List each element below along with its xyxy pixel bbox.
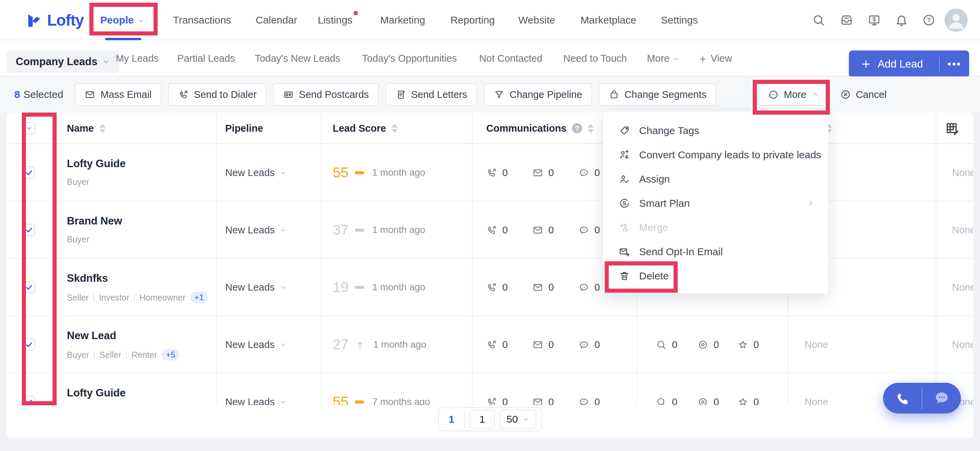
lead-name[interactable]: Brand New bbox=[67, 215, 122, 227]
extra-tags-badge[interactable]: +5 bbox=[162, 349, 179, 360]
nav-item-reporting[interactable]: Reporting bbox=[450, 0, 495, 40]
lead-name[interactable]: Skdnfks bbox=[67, 272, 108, 284]
pipeline-select[interactable]: New Leads bbox=[225, 396, 287, 405]
select-all-checkbox[interactable] bbox=[23, 113, 35, 144]
current-view-dropdown[interactable]: Company Leads bbox=[7, 51, 119, 73]
merge-person-icon bbox=[619, 222, 630, 233]
table-row[interactable]: Lofty Guide New Leads 55 7 months ago 0 … bbox=[7, 373, 973, 405]
current-page-button[interactable]: 1 bbox=[439, 413, 464, 425]
column-header-name[interactable]: Name bbox=[67, 113, 105, 144]
score-updated: 1 month ago bbox=[372, 224, 425, 235]
pipeline-select[interactable]: New Leads bbox=[225, 167, 287, 178]
notifications-bell-icon[interactable] bbox=[895, 13, 908, 27]
chat-bubble-icon bbox=[578, 396, 589, 405]
add-lead-button[interactable]: Add Lead ••• bbox=[849, 51, 969, 78]
nav-item-settings[interactable]: Settings bbox=[661, 0, 698, 40]
menu-item-send-optin-email[interactable]: Send Opt-In Email bbox=[603, 240, 828, 264]
mass-email-button[interactable]: Mass Email bbox=[75, 83, 161, 106]
page-size-select[interactable]: 50 bbox=[500, 410, 536, 429]
texts-count: 0 bbox=[578, 167, 600, 178]
lead-tags: Seller Investor Homeowner +1 bbox=[67, 292, 208, 303]
lead-name[interactable]: Lofty Guide bbox=[67, 387, 126, 399]
billing-monitor-icon[interactable] bbox=[867, 13, 881, 27]
search-icon[interactable] bbox=[812, 13, 826, 27]
nav-item-marketing[interactable]: Marketing bbox=[380, 0, 425, 40]
nav-item-transactions[interactable]: Transactions bbox=[173, 0, 231, 40]
pipeline-select[interactable]: New Leads bbox=[225, 224, 287, 236]
lead-name[interactable]: New Lead bbox=[67, 330, 116, 342]
favorites-count: 0 bbox=[737, 396, 759, 405]
selected-count: 8Selected bbox=[14, 89, 63, 100]
add-view-button[interactable]: View bbox=[698, 40, 732, 76]
help-tooltip-icon[interactable]: ? bbox=[572, 123, 582, 133]
lead-tags: Buyer bbox=[67, 177, 89, 187]
view-tab-not-contacted[interactable]: Not Contacted bbox=[479, 40, 542, 76]
customize-columns-icon[interactable] bbox=[945, 121, 960, 137]
menu-item-delete[interactable]: Delete bbox=[603, 264, 828, 288]
funnel-icon bbox=[494, 89, 504, 100]
hidden-column-value: None bbox=[952, 339, 973, 350]
calls-count: 0 bbox=[486, 167, 508, 178]
row-checkbox[interactable] bbox=[23, 396, 35, 405]
pager-divider bbox=[464, 411, 465, 428]
row-checkbox[interactable] bbox=[23, 167, 35, 179]
cancel-selection-button[interactable]: Cancel bbox=[840, 83, 886, 106]
call-button[interactable] bbox=[883, 383, 922, 413]
pipeline-select[interactable]: New Leads bbox=[225, 339, 287, 350]
chat-button[interactable] bbox=[922, 383, 961, 413]
sort-control[interactable] bbox=[588, 124, 594, 133]
add-lead-more-options[interactable]: ••• bbox=[940, 58, 969, 70]
menu-item-convert-leads[interactable]: Convert Company leads to private leads bbox=[603, 143, 828, 167]
view-tab-more[interactable]: More bbox=[647, 40, 680, 76]
check-icon bbox=[25, 168, 33, 177]
send-to-dialer-button[interactable]: Send to Dialer bbox=[168, 83, 267, 106]
lead-score-cell: 27 1 month ago bbox=[333, 337, 426, 353]
row-checkbox[interactable] bbox=[23, 281, 35, 294]
row-checkbox[interactable] bbox=[23, 338, 35, 351]
pagination: 1 50 bbox=[438, 407, 542, 431]
send-postcards-button[interactable]: Send Postcards bbox=[273, 83, 379, 106]
view-tab-todays-new-leads[interactable]: Today's New Leads bbox=[255, 40, 340, 76]
envelope-icon bbox=[532, 339, 543, 350]
chevron-down-icon bbox=[280, 284, 287, 291]
help-icon[interactable] bbox=[922, 13, 935, 27]
sort-control[interactable] bbox=[99, 124, 105, 133]
menu-item-merge: Merge bbox=[603, 215, 828, 240]
view-tab-todays-opportunities[interactable]: Today's Opportunities bbox=[362, 40, 457, 76]
menu-item-assign[interactable]: Assign bbox=[603, 167, 828, 191]
nav-item-calendar[interactable]: Calendar bbox=[256, 0, 297, 40]
row-checkbox[interactable] bbox=[23, 224, 35, 236]
chevron-down-icon bbox=[280, 341, 287, 348]
texts-count: 0 bbox=[578, 224, 600, 236]
column-header-communications[interactable]: Communications ? bbox=[486, 113, 594, 144]
extra-tags-badge[interactable]: +1 bbox=[190, 292, 208, 303]
hidden-column-value: None bbox=[952, 167, 973, 178]
lead-name[interactable]: Lofty Guide bbox=[67, 157, 126, 170]
send-letters-button[interactable]: Send Letters bbox=[386, 83, 477, 106]
check-icon bbox=[25, 398, 33, 405]
more-actions-button[interactable]: More bbox=[758, 83, 829, 106]
nav-item-listings[interactable]: Listings bbox=[318, 0, 353, 40]
check-icon bbox=[25, 226, 33, 234]
view-tab-need-to-touch[interactable]: Need to Touch bbox=[563, 40, 627, 76]
table-row[interactable]: New Lead Buyer Seller Renter +5 New Lead… bbox=[7, 316, 973, 373]
lead-score-cell: 37 1 month ago bbox=[333, 222, 425, 238]
column-header-lead-score[interactable]: Lead Score bbox=[333, 113, 398, 144]
menu-item-change-tags[interactable]: Change Tags bbox=[603, 118, 828, 143]
view-tab-partial-leads[interactable]: Partial Leads bbox=[177, 40, 235, 76]
view-tab-my-leads[interactable]: My Leads bbox=[116, 40, 159, 76]
page-jump-input[interactable] bbox=[469, 410, 495, 429]
nav-item-people[interactable]: People bbox=[100, 0, 145, 40]
inbox-icon[interactable] bbox=[840, 13, 853, 27]
column-header-pipeline[interactable]: Pipeline bbox=[225, 113, 263, 144]
lofty-logo[interactable]: Lofty bbox=[25, 0, 84, 40]
menu-item-smart-plan[interactable]: Smart Plan bbox=[603, 191, 828, 215]
score-updated: 7 months ago bbox=[372, 396, 430, 405]
nav-item-marketplace[interactable]: Marketplace bbox=[581, 0, 636, 40]
change-segments-button[interactable]: Change Segments bbox=[599, 83, 716, 106]
nav-item-website[interactable]: Website bbox=[518, 0, 555, 40]
sort-control[interactable] bbox=[391, 124, 398, 133]
account-avatar[interactable] bbox=[945, 8, 968, 32]
pipeline-select[interactable]: New Leads bbox=[225, 282, 287, 293]
change-pipeline-button[interactable]: Change Pipeline bbox=[484, 83, 592, 106]
